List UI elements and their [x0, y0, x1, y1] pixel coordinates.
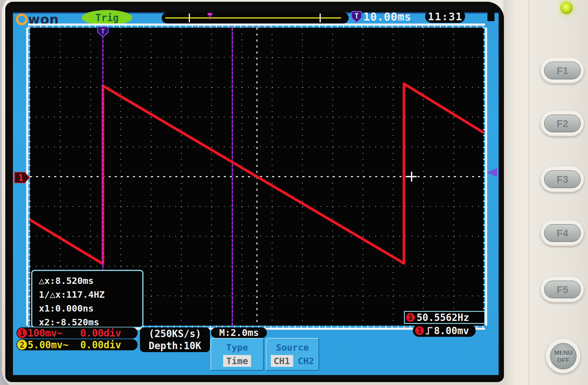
ch1-badge: 1: [17, 328, 27, 338]
sample-rate: (250KS/s): [149, 328, 201, 340]
cursor-delta-x: △x:8.520ms: [39, 274, 142, 288]
trigger-level-arrow-icon[interactable]: [487, 168, 497, 177]
ch2-position: 0.00div: [80, 339, 121, 351]
acquisition-box: (250KS/s) Depth:10K: [140, 327, 210, 352]
trigger-t-shield-icon: T: [351, 11, 362, 23]
f2-button[interactable]: F2: [540, 111, 584, 136]
f2-button-cap[interactable]: F2: [544, 115, 581, 132]
view-window-right-tick: [320, 14, 321, 22]
menu-off-button[interactable]: MENU OFF: [546, 339, 580, 373]
cursor-inverse-delta-x: 1/△x:117.4HZ: [39, 288, 142, 302]
trigger-position-value: 10.00ms: [363, 11, 411, 23]
rising-edge-icon: [425, 326, 433, 335]
menu-source-label: Source: [276, 342, 309, 353]
ch2-status-box: 2 5.00mv~ 0.00div: [16, 339, 138, 350]
ch1-badge: 1: [406, 313, 415, 322]
ch2-scale: 5.00mv~: [28, 339, 69, 351]
menu-source-ch2-option[interactable]: CH2: [298, 356, 314, 366]
cursor-measurement-box: △x:8.520ms 1/△x:117.4HZ x1:0.000ns x2:-8…: [31, 270, 143, 328]
f3-button-cap[interactable]: F3: [544, 170, 581, 188]
cursor-x1: x1:0.000ns: [39, 302, 142, 315]
trigger-position-pin-stem: [209, 15, 211, 19]
timebase-box: M:2.0ms: [211, 327, 267, 338]
svg-text:1: 1: [18, 173, 24, 183]
f5-button[interactable]: F5: [540, 277, 584, 302]
menu-panel-source[interactable]: Source CH1 CH2: [266, 338, 319, 371]
clock: 11:31: [425, 10, 465, 23]
f5-button-cap[interactable]: F5: [544, 281, 581, 298]
menu-source-ch1-selected[interactable]: CH1: [271, 355, 293, 367]
trigger-level-box: 1 8.00mv: [413, 324, 476, 337]
trigger-position-readout: T 10.00ms: [351, 11, 411, 23]
f1-button[interactable]: F1: [540, 58, 584, 83]
front-panel-right: [503, 0, 588, 385]
ch2-badge: 2: [17, 340, 27, 350]
record-depth: Depth:10K: [149, 340, 201, 352]
oscilloscope-photo: won Trig T 10.00ms 11:31: [0, 0, 588, 385]
f3-button[interactable]: F3: [540, 166, 584, 192]
f4-button[interactable]: F4: [540, 220, 584, 246]
ch1-position: 0.00div: [80, 327, 121, 339]
trigger-source-badge: 1: [415, 326, 424, 335]
menu-off-label-line2: OFF: [557, 356, 569, 364]
menu-panel-type[interactable]: Type Time: [211, 338, 264, 371]
battery-icon: [487, 9, 495, 21]
menu-off-label-line1: MENU: [554, 349, 572, 356]
svg-text:T: T: [101, 28, 105, 35]
f1-button-cap[interactable]: F1: [544, 62, 581, 79]
menu-off-button-cap[interactable]: MENU OFF: [550, 343, 577, 369]
view-window-left-tick: [189, 14, 190, 22]
frequency-value: 50.5562Hz: [417, 312, 469, 323]
ch1-scale: 100mv~: [28, 327, 63, 339]
menu-type-label: Type: [226, 342, 248, 353]
menu-type-value[interactable]: Time: [223, 355, 251, 367]
record-extent-line: [165, 17, 341, 19]
ch1-status-box: 1 100mv~ 0.00div: [16, 327, 138, 339]
f4-button-cap[interactable]: F4: [544, 224, 581, 242]
frequency-counter-box: 1 50.5562Hz: [404, 311, 485, 324]
trigger-level-value: 8.00mv: [434, 325, 469, 337]
svg-text:T: T: [355, 12, 359, 20]
power-led: [560, 2, 573, 14]
panel-groove: [529, 0, 530, 385]
